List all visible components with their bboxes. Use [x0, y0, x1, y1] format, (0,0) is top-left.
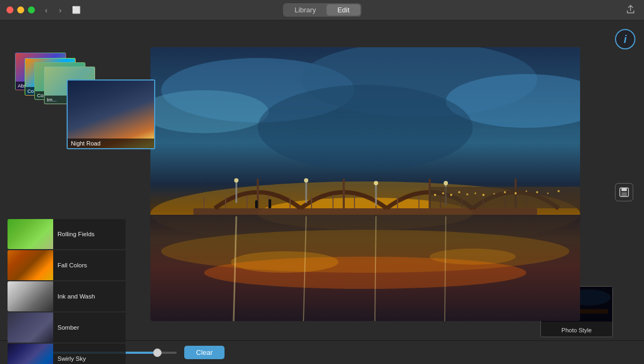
traffic-lights: [6, 6, 35, 13]
photo-style-label: Photo Style: [561, 325, 591, 337]
svg-point-55: [474, 193, 476, 194]
titlebar-tabs: Library Edit: [283, 3, 361, 17]
tab-library[interactable]: Library: [284, 4, 327, 16]
titlebar: ‹ › ⬜ Library Edit: [0, 0, 644, 20]
svg-rect-11: [193, 208, 537, 215]
style-thumb-rolling: [8, 219, 53, 249]
svg-point-56: [482, 194, 484, 196]
maximize-button[interactable]: [28, 6, 35, 13]
style-card-night-road[interactable]: Night Road: [67, 79, 155, 149]
svg-point-59: [515, 192, 517, 194]
style-name-somber: Somber: [53, 312, 126, 343]
style-list-item-ink[interactable]: Ink and Wash: [8, 281, 126, 311]
main-area: i: [0, 20, 644, 364]
svg-point-54: [466, 193, 468, 195]
back-button[interactable]: ‹: [40, 4, 52, 16]
close-button[interactable]: [6, 6, 13, 13]
strength-thumb[interactable]: [153, 348, 162, 357]
svg-point-39: [444, 181, 448, 185]
svg-point-51: [442, 192, 444, 194]
svg-point-52: [450, 194, 452, 196]
main-photo: [150, 47, 580, 321]
tab-edit[interactable]: Edit: [327, 4, 360, 16]
svg-point-53: [458, 191, 460, 193]
svg-point-37: [374, 181, 378, 185]
share-button[interactable]: [626, 4, 635, 16]
svg-point-8: [258, 85, 473, 171]
svg-point-57: [493, 193, 495, 195]
titlebar-nav: ‹ ›: [40, 4, 66, 16]
svg-rect-49: [430, 187, 580, 208]
document-button[interactable]: ⬜: [70, 4, 82, 16]
svg-point-61: [536, 191, 538, 193]
style-list-item-somber[interactable]: Somber: [8, 312, 126, 343]
svg-point-33: [234, 178, 238, 183]
svg-point-44: [430, 249, 516, 265]
style-thumb-ink: [8, 281, 53, 311]
forward-button[interactable]: ›: [54, 4, 66, 16]
style-list: Rolling Fields Fall Colors Ink and Wash …: [8, 219, 126, 364]
style-thumb-somber: [8, 312, 53, 343]
style-name-ink: Ink and Wash: [53, 281, 126, 311]
style-name-fall: Fall Colors: [53, 250, 126, 280]
svg-point-43: [231, 251, 338, 273]
style-list-item-swirly[interactable]: Swirly Sky: [8, 344, 126, 364]
svg-point-58: [504, 191, 506, 193]
svg-rect-65: [269, 199, 271, 208]
svg-point-60: [525, 191, 527, 192]
svg-point-35: [304, 178, 308, 183]
style-list-item-fall[interactable]: Fall Colors: [8, 250, 126, 280]
style-card-night-road-label: Night Road: [68, 139, 154, 148]
style-thumb-swirly: [8, 344, 53, 364]
styles-panel: Abstract Color... Composition Im... Nigh…: [8, 53, 126, 364]
style-name-swirly: Swirly Sky: [53, 344, 126, 364]
svg-point-50: [434, 194, 436, 196]
svg-point-63: [558, 190, 560, 192]
svg-rect-64: [255, 200, 258, 208]
style-fan: Abstract Color... Composition Im... Nigh…: [8, 53, 126, 224]
clear-button[interactable]: Clear: [184, 346, 225, 359]
minimize-button[interactable]: [17, 6, 24, 13]
svg-point-62: [547, 193, 548, 194]
style-thumb-fall: [8, 250, 53, 280]
